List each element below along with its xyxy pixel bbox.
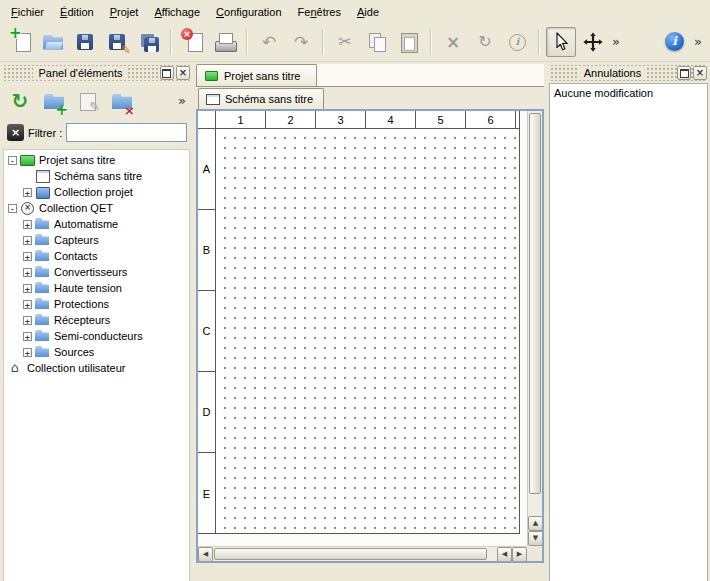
grid-area[interactable]	[216, 129, 519, 533]
redo-button[interactable]	[286, 27, 316, 57]
vertical-scroll-thumb[interactable]	[529, 113, 541, 494]
expand-icon[interactable]	[23, 300, 32, 309]
cut-button[interactable]	[330, 27, 360, 57]
scroll-down-button[interactable]	[528, 531, 543, 546]
reload-button[interactable]	[5, 86, 35, 116]
tree-item[interactable]: Protections	[4, 296, 189, 312]
edit-element-button[interactable]	[73, 86, 103, 116]
toolbar-separator	[322, 29, 324, 55]
undo-panel-float-button[interactable]	[677, 66, 691, 80]
about-icon	[663, 30, 687, 54]
scroll-up-button[interactable]	[528, 516, 543, 531]
clear-filter-button[interactable]	[7, 124, 24, 141]
schema-icon	[206, 94, 220, 105]
elements-panel-toolbar	[2, 83, 191, 119]
rotate-button[interactable]	[470, 27, 500, 57]
menu-item-affichage[interactable]: Affichage	[146, 2, 208, 21]
about-button[interactable]	[660, 27, 690, 57]
scroll-right-button[interactable]	[512, 547, 527, 562]
vertical-scrollbar[interactable]	[527, 111, 542, 546]
tree-item[interactable]: Sources	[4, 344, 189, 360]
tab-schema[interactable]: Schéma sans titre	[198, 88, 324, 109]
save-as-button[interactable]	[102, 27, 132, 57]
menu-item-configuration[interactable]: Configuration	[208, 2, 289, 21]
tree-item[interactable]: Collection utilisateur	[4, 360, 189, 376]
row-header: C	[198, 291, 215, 372]
project-icon	[205, 71, 218, 81]
menu-item-fichier[interactable]: Fichier	[3, 2, 52, 21]
horizontal-scroll-track[interactable]	[213, 547, 497, 561]
tree-item[interactable]: Capteurs	[4, 232, 189, 248]
horizontal-scroll-thumb[interactable]	[214, 548, 487, 560]
elements-panel-float-button[interactable]	[160, 66, 174, 80]
expand-icon[interactable]	[23, 188, 32, 197]
toolbar-extender[interactable]	[609, 27, 623, 57]
collapse-icon[interactable]	[8, 204, 17, 213]
tree-item[interactable]: Schéma sans titre	[4, 168, 189, 184]
menu-item-edition[interactable]: Édition	[52, 2, 102, 21]
menu-item-projet[interactable]: Projet	[102, 2, 147, 21]
delete-button[interactable]	[438, 27, 468, 57]
expand-icon[interactable]	[23, 252, 32, 261]
tree-item[interactable]: Collection QET	[4, 200, 189, 216]
scroll-left-button[interactable]	[198, 547, 213, 562]
pointer-button[interactable]	[546, 27, 576, 57]
tree-item[interactable]: Semi-conducteurs	[4, 328, 189, 344]
undo-panel-close-button[interactable]	[693, 66, 707, 80]
tree-item[interactable]: Convertisseurs	[4, 264, 189, 280]
filter-input[interactable]	[66, 123, 187, 142]
expand-icon[interactable]	[23, 332, 32, 341]
schema-tab-label: Schéma sans titre	[225, 93, 313, 105]
paste-button[interactable]	[394, 27, 424, 57]
undo-panel-titlebar[interactable]: Annulations	[550, 65, 707, 81]
tree-item[interactable]: Récepteurs	[4, 312, 189, 328]
folder-icon	[35, 250, 49, 262]
scroll-left-button-end[interactable]	[497, 547, 512, 562]
elements-panel-close-button[interactable]	[176, 66, 190, 80]
tab-project[interactable]: Projet sans titre	[196, 64, 317, 86]
elements-panel-titlebar[interactable]: Panel d'éléments	[3, 65, 190, 81]
undo-button[interactable]	[254, 27, 284, 57]
collapse-icon[interactable]	[8, 156, 17, 165]
tree-item[interactable]: Collection projet	[4, 184, 189, 200]
expand-icon[interactable]	[23, 316, 32, 325]
expand-icon[interactable]	[23, 236, 32, 245]
vertical-scroll-track[interactable]	[528, 111, 542, 516]
schema-icon	[35, 170, 49, 182]
folder-icon	[35, 314, 49, 326]
copy-button[interactable]	[362, 27, 392, 57]
info-button[interactable]	[502, 27, 532, 57]
tree-item[interactable]: Automatisme	[4, 216, 189, 232]
horizontal-scrollbar[interactable]	[198, 546, 527, 561]
tree-item[interactable]: Projet sans titre	[4, 152, 189, 168]
undo-list[interactable]: Aucune modification	[549, 83, 708, 581]
expand-icon[interactable]	[23, 284, 32, 293]
expand-icon[interactable]	[23, 220, 32, 229]
toolbar-extender[interactable]	[691, 27, 705, 57]
menu-item-fenetres[interactable]: Fenêtres	[290, 2, 349, 21]
save-all-button[interactable]	[134, 27, 164, 57]
delete-element-button[interactable]	[107, 86, 137, 116]
new-document-button[interactable]	[6, 27, 36, 57]
new-element-button[interactable]	[39, 86, 69, 116]
print-button[interactable]	[210, 27, 240, 57]
expand-icon[interactable]	[23, 268, 32, 277]
open-folder-button[interactable]	[38, 27, 68, 57]
tree-item[interactable]: Haute tension	[4, 280, 189, 296]
schema-sheet[interactable]: 123456 ABCDE	[198, 111, 520, 534]
move-icon	[581, 30, 605, 54]
move-button[interactable]	[578, 27, 608, 57]
new-element-icon	[42, 89, 66, 113]
project-tab-label: Projet sans titre	[224, 70, 300, 82]
tree-item[interactable]: Contacts	[4, 248, 189, 264]
elements-toolbar-extender[interactable]	[178, 93, 186, 108]
undo-panel: Annulations Aucune modification	[547, 62, 710, 581]
expand-icon[interactable]	[23, 348, 32, 357]
column-header: 3	[316, 111, 366, 128]
save-all-icon	[137, 30, 161, 54]
schema-canvas[interactable]: 123456 ABCDE	[198, 111, 527, 546]
menu-item-aide[interactable]: Aide	[349, 2, 387, 21]
close-document-button[interactable]	[178, 27, 208, 57]
save-button[interactable]	[70, 27, 100, 57]
tree-item-label: Schéma sans titre	[52, 170, 144, 182]
